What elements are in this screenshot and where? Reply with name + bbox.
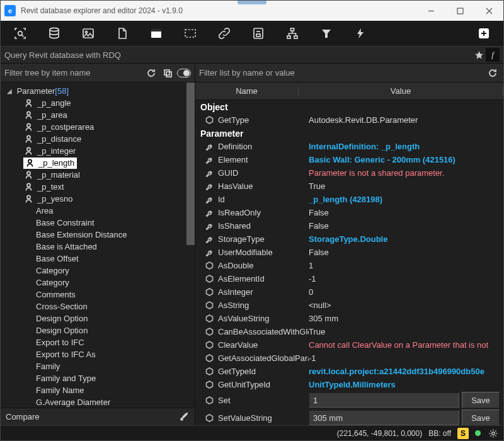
grid-row[interactable]: GetTypeAutodesk.Revit.DB.Parameter: [195, 113, 503, 127]
tree-item[interactable]: _p_angle: [1, 97, 195, 109]
document-button[interactable]: [106, 23, 138, 44]
grid-row[interactable]: DefinitionInternalDefinition: _p_length: [195, 140, 503, 153]
grid-row-value: True: [309, 327, 503, 336]
tree-filter-bar[interactable]: Filter tree by item name: [1, 64, 195, 83]
grid-row[interactable]: GetTypeIdrevit.local.project:a21442ddf31…: [195, 365, 503, 378]
grid-row[interactable]: StorageTypeStorageType.Double: [195, 232, 503, 246]
tree-subitem[interactable]: Comments: [1, 289, 195, 301]
panel-button[interactable]: [140, 23, 172, 44]
column-name[interactable]: Name: [195, 86, 299, 96]
svg-marker-38: [206, 275, 212, 282]
tree-subitem[interactable]: Base Offset: [1, 253, 195, 265]
grid-row[interactable]: GetAssociatedGlobalParam-1: [195, 352, 503, 365]
tree-item[interactable]: _p_area: [1, 109, 195, 121]
image-button[interactable]: [72, 23, 104, 44]
status-snoop-badge[interactable]: S: [457, 428, 469, 439]
grid-edit-input[interactable]: 305 mm: [309, 410, 459, 425]
person-icon: [25, 158, 35, 168]
maximize-button[interactable]: [445, 1, 474, 21]
grid-row[interactable]: GetUnitTypeIdUnitTypeId.Millimeters: [195, 378, 503, 391]
grid-save-button[interactable]: Save: [462, 392, 500, 408]
hierarchy-button[interactable]: [277, 23, 308, 44]
grid-row-value: Parameter is not a shared parameter.: [309, 168, 503, 178]
tree-subitem[interactable]: Design Option: [1, 324, 195, 336]
tree-item[interactable]: _p_integer: [1, 145, 195, 157]
list-filter-bar[interactable]: Filter list by name or value: [195, 64, 503, 83]
grid-body[interactable]: ObjectGetTypeAutodesk.Revit.DB.Parameter…: [195, 100, 503, 425]
tree[interactable]: ◢ Parameter[58]_p_angle_p_area_p_costper…: [1, 83, 195, 408]
database-button[interactable]: [38, 23, 70, 44]
link-button[interactable]: [209, 23, 240, 44]
tree-item[interactable]: _p_yesno: [1, 193, 195, 205]
grid-row[interactable]: ElementBasic Wall: Generic - 200mm (4215…: [195, 153, 503, 166]
grid-row[interactable]: AsDouble1: [195, 259, 503, 272]
grid-row-value: InternalDefinition: _p_length: [309, 142, 503, 151]
grid-row[interactable]: GUIDParameter is not a shared parameter.: [195, 166, 503, 180]
grid-row-value: 0: [309, 287, 503, 297]
events-bolt-button[interactable]: [345, 23, 376, 44]
copy-icon[interactable]: [161, 66, 175, 80]
tree-subitem[interactable]: Area: [1, 205, 195, 217]
reload-icon[interactable]: [144, 66, 158, 80]
tree-root[interactable]: ◢ Parameter[58]: [1, 85, 195, 97]
compare-bar[interactable]: Compare: [1, 408, 195, 425]
tree-subitem[interactable]: Base Extension Distance: [1, 229, 195, 241]
svg-line-5: [22, 35, 24, 37]
selection-scan-button[interactable]: [4, 23, 36, 44]
grid-row-name: AsDouble: [218, 261, 309, 270]
hex-icon: [204, 354, 214, 362]
grid-row[interactable]: AsInteger0: [195, 285, 503, 299]
tree-item[interactable]: _p_length: [1, 157, 195, 169]
query-bar[interactable]: Query Revit database with RDQ f: [1, 46, 503, 64]
titlebar-grip[interactable]: [238, 1, 266, 4]
tree-subitem[interactable]: Family Name: [1, 384, 195, 396]
tree-subitem-label: Category: [36, 266, 69, 275]
column-value[interactable]: Value: [299, 86, 503, 96]
tree-subitem[interactable]: Export to IFC: [1, 336, 195, 348]
grid-row[interactable]: AsString<null>: [195, 299, 503, 312]
close-button[interactable]: [474, 1, 503, 21]
grid-row-name: HasValue: [218, 181, 309, 191]
tree-subitem[interactable]: Category: [1, 277, 195, 289]
add-button[interactable]: [468, 23, 500, 44]
tree-item[interactable]: _p_distance: [1, 133, 195, 145]
status-bb[interactable]: BB: off: [428, 429, 451, 438]
grid-row[interactable]: AsValueString305 mm: [195, 312, 503, 325]
save-data-button[interactable]: [243, 23, 274, 44]
grid-edit-input[interactable]: 1: [309, 392, 459, 408]
script-fx-button[interactable]: f: [486, 48, 500, 62]
grid-save-button[interactable]: Save: [462, 410, 500, 425]
grid-row[interactable]: IsSharedFalse: [195, 219, 503, 232]
grid-row[interactable]: IsReadOnlyFalse: [195, 206, 503, 219]
list-reload-icon[interactable]: [486, 66, 500, 80]
tree-toggle[interactable]: [177, 66, 191, 80]
brush-icon[interactable]: [180, 411, 190, 423]
window-title: Revit database explorer and editor 2024 …: [21, 6, 416, 15]
tree-subitem[interactable]: Export to IFC As: [1, 348, 195, 360]
grid-row[interactable]: HasValueTrue: [195, 180, 503, 193]
tree-subitem[interactable]: Design Option: [1, 312, 195, 324]
tree-subitem[interactable]: Base is Attached: [1, 241, 195, 253]
favorite-icon[interactable]: [472, 50, 486, 60]
tree-scrollbar[interactable]: [186, 83, 195, 245]
tree-item[interactable]: _p_costperarea: [1, 121, 195, 133]
settings-gear-icon[interactable]: [487, 428, 500, 438]
grid-row-value: Autodesk.Revit.DB.Parameter: [309, 115, 503, 125]
tree-subitem[interactable]: Family: [1, 360, 195, 372]
person-icon: [23, 170, 33, 180]
tree-item[interactable]: _p_text: [1, 181, 195, 193]
grid-row[interactable]: UserModifiableFalse: [195, 246, 503, 259]
filter-hourglass-button[interactable]: [311, 23, 342, 44]
grid-row[interactable]: CanBeAssociatedWithGlobTrue: [195, 325, 503, 338]
minimize-button[interactable]: [416, 1, 445, 21]
tree-subitem[interactable]: G.Average Diameter: [1, 396, 195, 408]
tree-item[interactable]: _p_material: [1, 169, 195, 181]
grid-row[interactable]: Id_p_length (428198): [195, 193, 503, 206]
grid-row[interactable]: ClearValueCannot call ClearValue on a Pa…: [195, 338, 503, 352]
tree-subitem[interactable]: Family and Type: [1, 372, 195, 384]
marquee-button[interactable]: [175, 23, 206, 44]
tree-subitem[interactable]: Category: [1, 265, 195, 277]
tree-subitem[interactable]: Cross-Section: [1, 301, 195, 312]
grid-row[interactable]: AsElementId-1: [195, 272, 503, 285]
tree-subitem[interactable]: Base Constraint: [1, 217, 195, 229]
